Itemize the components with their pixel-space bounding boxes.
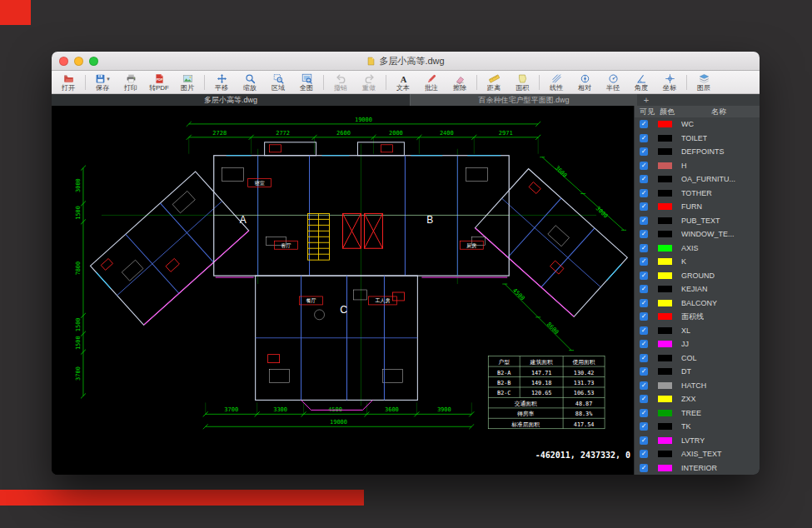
layer-visible-checkbox[interactable]: [640, 271, 648, 280]
layer-row[interactable]: TOTHER: [635, 187, 760, 201]
cad-drawing[interactable]: 19000 2: [52, 106, 634, 475]
layer-row[interactable]: DT: [635, 365, 760, 379]
layer-visible-checkbox[interactable]: [640, 340, 648, 348]
layer-row[interactable]: DEFPOINTS: [635, 145, 760, 159]
annotate-button[interactable]: 批注: [417, 72, 446, 93]
angle-button[interactable]: 角度: [627, 72, 655, 93]
layer-visible-checkbox[interactable]: [640, 450, 648, 458]
tab-inactive-document[interactable]: 百余种住宅户型平面图.dwg: [410, 94, 637, 106]
zoom-region-button[interactable]: 区域: [264, 72, 292, 93]
layer-visible-checkbox[interactable]: [640, 175, 648, 183]
layer-row[interactable]: COL: [635, 351, 760, 366]
layer-visible-checkbox[interactable]: [640, 409, 648, 417]
layer-row[interactable]: GROUND: [635, 269, 760, 283]
layer-color-swatch[interactable]: [658, 396, 672, 402]
save-button[interactable]: ▾保存: [88, 72, 117, 93]
layer-visible-checkbox[interactable]: [640, 326, 648, 335]
fullscreen-button[interactable]: [89, 57, 98, 66]
layer-visible-checkbox[interactable]: [640, 312, 648, 321]
layer-color-swatch[interactable]: [658, 258, 672, 265]
layer-color-swatch[interactable]: [658, 355, 672, 361]
measure-distance-button[interactable]: 距离: [480, 72, 508, 93]
layer-row[interactable]: JJ: [635, 337, 760, 351]
layer-visible-checkbox[interactable]: [640, 395, 648, 403]
layer-row[interactable]: TOILET: [635, 132, 760, 146]
layers-button[interactable]: 图层: [690, 72, 718, 93]
layer-row[interactable]: WINDOW_TE...: [635, 227, 760, 242]
layer-row[interactable]: INTERIOR: [635, 461, 760, 476]
layer-color-swatch[interactable]: [658, 423, 672, 430]
layer-row[interactable]: ZXX: [635, 392, 760, 406]
layer-visible-checkbox[interactable]: [640, 202, 648, 211]
layer-row[interactable]: 面积线: [635, 310, 760, 324]
layer-color-swatch[interactable]: [658, 162, 672, 169]
layer-row[interactable]: XL: [635, 324, 760, 338]
layer-row[interactable]: TREE: [635, 406, 760, 421]
layer-color-swatch[interactable]: [658, 217, 672, 224]
layer-color-swatch[interactable]: [658, 286, 672, 292]
layer-color-swatch[interactable]: [658, 148, 672, 155]
layer-color-swatch[interactable]: [658, 410, 672, 416]
layer-visible-checkbox[interactable]: [640, 120, 648, 128]
layer-row[interactable]: OA_FURNITU...: [635, 172, 760, 187]
layer-row[interactable]: PUB_TEXT: [635, 214, 760, 228]
new-tab-button[interactable]: +: [637, 94, 655, 106]
print-button[interactable]: 打印: [117, 72, 145, 93]
layer-row[interactable]: FURN: [635, 200, 760, 214]
close-button[interactable]: [59, 57, 68, 66]
layer-color-swatch[interactable]: [658, 121, 672, 127]
layer-row[interactable]: LVTRY: [635, 434, 760, 448]
undo-button[interactable]: 撤销: [326, 72, 355, 93]
text-button[interactable]: 文本: [389, 72, 417, 93]
linear-dim-button[interactable]: 线性: [542, 72, 570, 93]
layer-row[interactable]: AXIS: [635, 242, 760, 256]
layer-color-swatch[interactable]: [658, 368, 672, 375]
layer-row[interactable]: K: [635, 255, 760, 269]
layer-visible-checkbox[interactable]: [640, 257, 648, 266]
layer-color-swatch[interactable]: [658, 135, 672, 142]
layer-color-swatch[interactable]: [658, 341, 672, 347]
minimize-button[interactable]: [74, 57, 83, 66]
redo-button[interactable]: 重做: [355, 72, 383, 93]
layer-visible-checkbox[interactable]: [640, 285, 648, 293]
layer-color-swatch[interactable]: [658, 231, 672, 237]
layer-visible-checkbox[interactable]: [640, 147, 648, 156]
zoom-button[interactable]: 缩放: [236, 72, 264, 93]
layer-visible-checkbox[interactable]: [640, 464, 648, 472]
measure-area-button[interactable]: 面积: [508, 72, 536, 93]
layer-visible-checkbox[interactable]: [640, 354, 648, 362]
layer-row[interactable]: BALCONY: [635, 296, 760, 311]
layer-visible-checkbox[interactable]: [640, 189, 648, 197]
layer-color-swatch[interactable]: [658, 382, 672, 389]
layer-visible-checkbox[interactable]: [640, 217, 648, 225]
layer-row[interactable]: WC: [635, 117, 760, 132]
layer-color-swatch[interactable]: [658, 272, 672, 279]
layer-color-swatch[interactable]: [658, 327, 672, 334]
relative-coord-button[interactable]: 相对: [570, 72, 599, 93]
coordinate-button[interactable]: 坐标: [655, 72, 684, 93]
erase-button[interactable]: 擦除: [446, 72, 474, 93]
layer-row[interactable]: HATCH: [635, 379, 760, 393]
layer-color-swatch[interactable]: [658, 451, 672, 457]
layer-color-swatch[interactable]: [658, 245, 672, 252]
layer-row[interactable]: AXIS_TEXT: [635, 447, 760, 461]
pan-button[interactable]: 平移: [207, 72, 236, 93]
layer-visible-checkbox[interactable]: [640, 244, 648, 252]
layer-row[interactable]: KEJIAN: [635, 282, 760, 296]
layer-color-swatch[interactable]: [658, 300, 672, 306]
layer-visible-checkbox[interactable]: [640, 367, 648, 376]
layer-visible-checkbox[interactable]: [640, 134, 648, 142]
radius-button[interactable]: 半径: [599, 72, 627, 93]
layer-visible-checkbox[interactable]: [640, 436, 648, 445]
export-image-button[interactable]: 图片: [173, 72, 202, 93]
layer-color-swatch[interactable]: [658, 203, 672, 210]
layer-visible-checkbox[interactable]: [640, 422, 648, 431]
layer-color-swatch[interactable]: [658, 176, 672, 182]
open-button[interactable]: 打开: [54, 72, 82, 93]
layer-visible-checkbox[interactable]: [640, 299, 648, 307]
layer-visible-checkbox[interactable]: [640, 162, 648, 170]
layer-color-swatch[interactable]: [658, 190, 672, 197]
title-bar[interactable]: 多层小高等.dwg: [52, 52, 760, 71]
layer-visible-checkbox[interactable]: [640, 381, 648, 390]
layer-row[interactable]: TK: [635, 420, 760, 434]
